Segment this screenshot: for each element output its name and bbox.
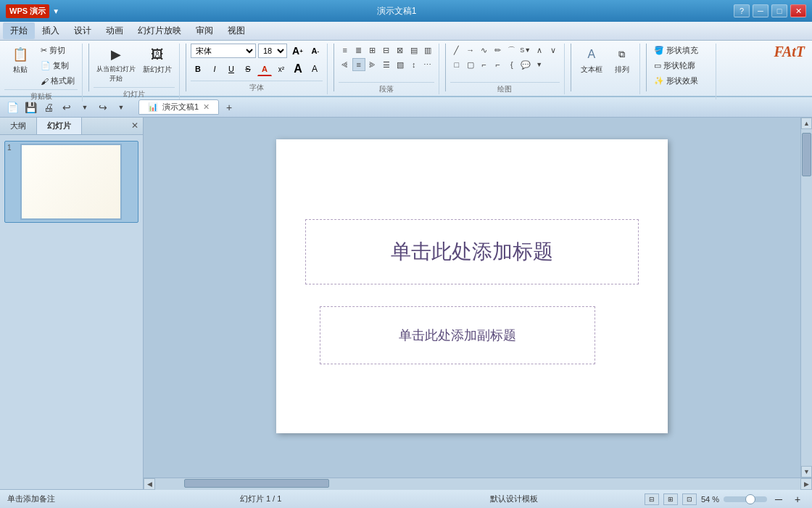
new-slide-icon: 🖼 bbox=[149, 46, 166, 63]
superscript-button[interactable]: x² bbox=[274, 62, 289, 76]
menu-item-review[interactable]: 审阅 bbox=[188, 22, 220, 39]
callout-tool[interactable]: 💬 bbox=[519, 58, 532, 71]
para-btn6[interactable]: ▤ bbox=[407, 44, 420, 57]
brace-tool[interactable]: { bbox=[505, 58, 518, 71]
bracket-tool[interactable]: ⌐ bbox=[492, 58, 505, 71]
menu-item-animation[interactable]: 动画 bbox=[99, 22, 130, 39]
zoom-decrease-button[interactable]: ─ bbox=[771, 492, 786, 507]
outline-tab[interactable]: 大纲 bbox=[0, 118, 37, 134]
more-shapes-btn[interactable]: S▼ bbox=[519, 44, 532, 57]
columns-button[interactable]: ▧ bbox=[394, 58, 407, 71]
rect-tool[interactable]: □ bbox=[450, 58, 463, 71]
help-button[interactable]: ? bbox=[734, 4, 750, 17]
view-reading-button[interactable]: ⊡ bbox=[682, 493, 697, 505]
connector-tool[interactable]: ⌒ bbox=[505, 44, 518, 57]
para-more-button[interactable]: ⋯ bbox=[421, 58, 434, 71]
view-normal-button[interactable]: ⊟ bbox=[645, 493, 659, 505]
underline-button[interactable]: U bbox=[224, 62, 239, 76]
add-tab-button[interactable]: + bbox=[221, 99, 237, 115]
slide-thumbnail-1[interactable] bbox=[20, 144, 122, 220]
scroll-up-button[interactable]: ▲ bbox=[801, 118, 812, 129]
format-paint-button[interactable]: 🖌 格式刷 bbox=[38, 74, 78, 88]
line-spacing-button[interactable]: ↕ bbox=[407, 58, 420, 71]
undo-button[interactable]: ↩ bbox=[59, 99, 75, 115]
scroll-left-button[interactable]: ◀ bbox=[144, 478, 155, 490]
shape-fill-button[interactable]: 🪣 形状填充 bbox=[651, 44, 701, 57]
italic-button[interactable]: I bbox=[207, 62, 222, 76]
increase-font-button[interactable]: A+ bbox=[289, 44, 306, 58]
list-num-button[interactable]: ≣ bbox=[352, 44, 365, 57]
slide-item-1[interactable]: 1 bbox=[4, 141, 138, 223]
wps-logo[interactable]: WPS 演示 bbox=[6, 4, 49, 18]
dropdown-arrow-icon[interactable]: ▼ bbox=[52, 7, 59, 15]
zoom-increase-button[interactable]: + bbox=[790, 492, 805, 507]
para-btn3[interactable]: ⊞ bbox=[366, 44, 379, 57]
undo-dropdown[interactable]: ▼ bbox=[77, 99, 93, 115]
freeform-tool[interactable]: ✏ bbox=[492, 44, 505, 57]
roundrect-tool[interactable]: ▢ bbox=[464, 58, 477, 71]
print-button[interactable]: 🖨 bbox=[41, 99, 57, 115]
menu-item-start[interactable]: 开始 bbox=[3, 22, 35, 39]
shape-outline-button[interactable]: ▭ 形状轮廓 bbox=[651, 59, 698, 73]
copy-button[interactable]: 📄 复制 bbox=[38, 59, 78, 73]
draw-btn-b[interactable]: ∨ bbox=[547, 44, 560, 57]
scrollbar-track[interactable] bbox=[801, 129, 812, 466]
para-btn4[interactable]: ⊟ bbox=[380, 44, 393, 57]
align-justify-button[interactable]: ☰ bbox=[380, 58, 393, 71]
strikethrough-button[interactable]: S bbox=[241, 62, 255, 76]
slides-tab[interactable]: 幻灯片 bbox=[37, 118, 82, 134]
scroll-down-button[interactable]: ▼ bbox=[801, 466, 812, 478]
h-scrollbar-thumb[interactable] bbox=[184, 479, 329, 488]
align-left-button[interactable]: ⫷ bbox=[339, 58, 352, 71]
zoom-slider-thumb[interactable] bbox=[745, 494, 755, 504]
new-file-button[interactable]: 📄 bbox=[4, 99, 20, 115]
cut-button[interactable]: ✂ 剪切 bbox=[38, 44, 78, 57]
document-tab[interactable]: 📊 演示文稿1 ✕ bbox=[138, 99, 219, 115]
tab-close-button[interactable]: ✕ bbox=[203, 102, 210, 112]
paste-button[interactable]: 📋 粘贴 bbox=[4, 44, 36, 77]
redo-button[interactable]: ↪ bbox=[95, 99, 111, 115]
para-btn7[interactable]: ▥ bbox=[421, 44, 434, 57]
close-button[interactable]: ✕ bbox=[790, 4, 806, 17]
bold-button[interactable]: B bbox=[191, 62, 205, 76]
menu-item-insert[interactable]: 插入 bbox=[35, 22, 67, 39]
draw-btn-a[interactable]: ∧ bbox=[533, 44, 546, 57]
custom-qa-button[interactable]: ▼ bbox=[113, 99, 129, 115]
h-scrollbar-track[interactable] bbox=[155, 478, 800, 490]
arrow-tool[interactable]: → bbox=[464, 44, 477, 57]
elbow-tool[interactable]: ⌐ bbox=[478, 58, 491, 71]
font-dec-button[interactable]: A bbox=[307, 62, 322, 76]
new-slide-button[interactable]: 🖼 新幻灯片 bbox=[140, 44, 175, 77]
from-current-button[interactable]: ▶ 从当前幻灯片 开始 bbox=[94, 44, 138, 86]
zoom-slider[interactable] bbox=[724, 496, 767, 502]
title-placeholder[interactable]: 单击此处添加标题 bbox=[305, 219, 639, 284]
font-size-select[interactable]: 18 bbox=[258, 44, 287, 58]
scrollbar-thumb[interactable] bbox=[802, 133, 811, 176]
text-box-button[interactable]: A 文本框 bbox=[576, 44, 608, 77]
draw-expand[interactable]: ▼ bbox=[533, 58, 546, 71]
menu-item-view[interactable]: 视图 bbox=[220, 22, 252, 39]
menu-item-slideshow[interactable]: 幻灯片放映 bbox=[130, 22, 188, 39]
decrease-font-button[interactable]: A- bbox=[308, 44, 323, 58]
subtitle-placeholder[interactable]: 单击此处添加副标题 bbox=[320, 306, 595, 364]
para-btn5[interactable]: ⊠ bbox=[394, 44, 407, 57]
save-button[interactable]: 💾 bbox=[22, 99, 38, 115]
menu-item-design[interactable]: 设计 bbox=[67, 22, 99, 39]
view-slidesorter-button[interactable]: ⊞ bbox=[663, 493, 678, 505]
line-tool[interactable]: ╱ bbox=[450, 44, 463, 57]
arrange-button[interactable]: ⧉ 排列 bbox=[609, 44, 635, 77]
font-name-select[interactable]: 宋体 bbox=[191, 44, 256, 58]
panel-close-button[interactable]: ✕ bbox=[127, 118, 143, 134]
curve-tool[interactable]: ∿ bbox=[478, 44, 491, 57]
slide-canvas[interactable]: 单击此处添加标题 单击此处添加副标题 bbox=[276, 139, 668, 433]
align-center-button[interactable]: ≡ bbox=[352, 58, 365, 71]
font-controls: 宋体 18 A+ A- B I U S A x² A A bbox=[191, 44, 323, 78]
font-inc-button[interactable]: A bbox=[291, 62, 305, 76]
align-right-button[interactable]: ⫸ bbox=[366, 58, 379, 71]
list-bullet-button[interactable]: ≡ bbox=[339, 44, 352, 57]
minimize-button[interactable]: ─ bbox=[753, 4, 768, 17]
maximize-button[interactable]: □ bbox=[771, 4, 787, 17]
scroll-right-button[interactable]: ▶ bbox=[800, 478, 812, 490]
shape-effect-button[interactable]: ✨ 形状效果 bbox=[651, 74, 701, 88]
font-color-button[interactable]: A bbox=[257, 62, 272, 76]
